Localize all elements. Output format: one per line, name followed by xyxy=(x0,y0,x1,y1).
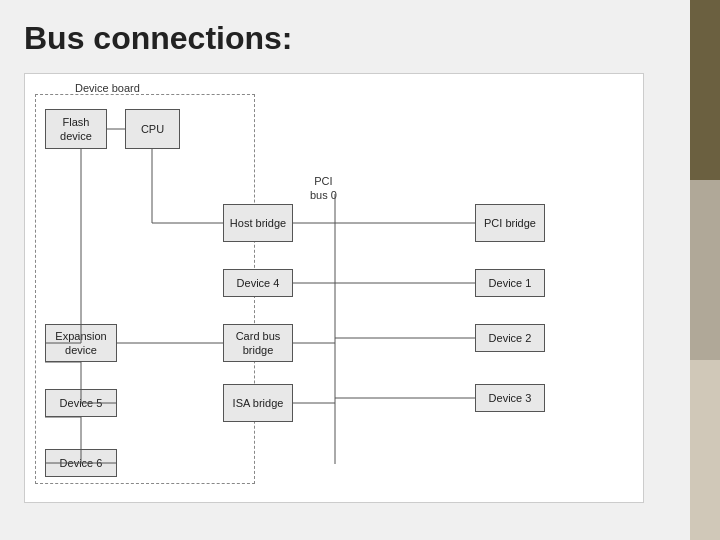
device5-box: Device 5 xyxy=(45,389,117,417)
expansion-device-box: Expansion device xyxy=(45,324,117,362)
device4-box: Device 4 xyxy=(223,269,293,297)
pci-bus-label: PCIbus 0 xyxy=(310,174,337,203)
cpu-box: CPU xyxy=(125,109,180,149)
card-bus-bridge-box: Card bus bridge xyxy=(223,324,293,362)
flash-device-box: Flash device xyxy=(45,109,107,149)
host-bridge-box: Host bridge xyxy=(223,204,293,242)
pci-bridge-box: PCI bridge xyxy=(475,204,545,242)
sidebar-tab-dark xyxy=(690,0,720,180)
sidebar-tab-light xyxy=(690,360,720,540)
right-sidebar xyxy=(690,0,720,540)
sidebar-tab-gray xyxy=(690,180,720,360)
device-board-label: Device board xyxy=(75,82,140,94)
page-title: Bus connections: xyxy=(24,20,666,57)
isa-bridge-box: ISA bridge xyxy=(223,384,293,422)
device6-box: Device 6 xyxy=(45,449,117,477)
device2-box: Device 2 xyxy=(475,324,545,352)
device1-box: Device 1 xyxy=(475,269,545,297)
main-content: Bus connections: Device board PCIbus 0 F… xyxy=(0,0,690,540)
diagram-container: Device board PCIbus 0 Flash device CPU H… xyxy=(24,73,644,503)
device3-box: Device 3 xyxy=(475,384,545,412)
